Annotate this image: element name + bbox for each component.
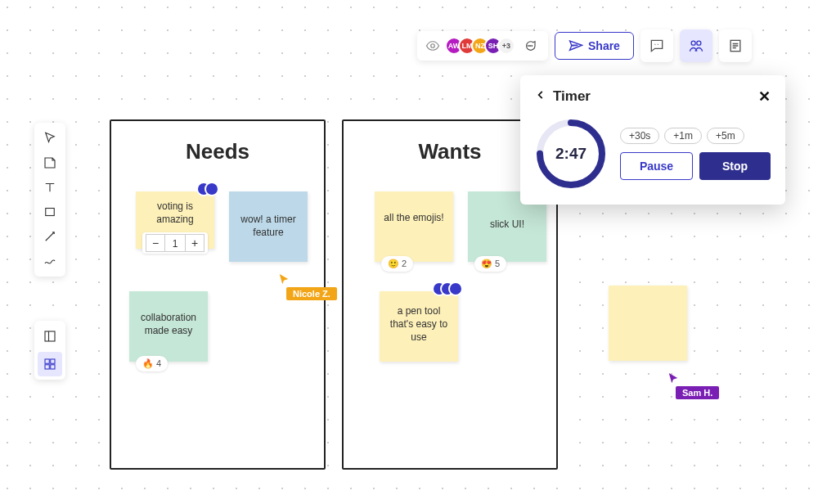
frame-title: Needs — [111, 121, 324, 173]
quick-add-30s[interactable]: +30s — [620, 128, 659, 144]
sticky-text: a pen tool that's easy to use — [390, 305, 447, 343]
svg-rect-5 — [51, 365, 55, 369]
reaction-count: 5 — [495, 258, 500, 270]
sticky-tool[interactable] — [38, 151, 62, 175]
chat-icon[interactable] — [520, 36, 540, 56]
svg-point-11 — [697, 41, 701, 45]
sticky-text: all the emojis! — [384, 212, 443, 223]
sticky-note[interactable]: wow! a timer feature — [229, 191, 308, 262]
vote-stepper: − 1 + — [142, 232, 208, 254]
reaction-badge[interactable]: 😍 5 — [474, 256, 506, 272]
sticky-note[interactable]: voting is amazing − 1 + — [136, 191, 214, 249]
svg-rect-1 — [45, 331, 55, 341]
left-toolbar — [34, 123, 65, 277]
left-toolbar-secondary — [34, 321, 65, 380]
reaction-emoji: 🔥 — [142, 358, 154, 370]
user-cursor: Nicole Z. — [278, 272, 337, 300]
line-tool[interactable] — [38, 224, 62, 249]
avatar-overflow[interactable]: +3 — [497, 37, 515, 55]
timer-title: Timer — [553, 88, 591, 105]
draw-tool[interactable] — [38, 249, 62, 273]
following-icon — [425, 38, 440, 53]
facilitation-button[interactable] — [680, 29, 712, 62]
stepper-value: 1 — [165, 234, 185, 252]
svg-point-10 — [691, 41, 695, 45]
svg-rect-4 — [45, 365, 49, 369]
svg-point-8 — [530, 46, 531, 47]
quick-add-5m[interactable]: +5m — [707, 128, 744, 144]
share-button[interactable]: Share — [555, 32, 634, 60]
quick-add-1m[interactable]: +1m — [664, 128, 702, 144]
svg-rect-3 — [51, 359, 55, 363]
reaction-badge[interactable]: 🔥 4 — [136, 356, 168, 371]
avatar-stack[interactable]: AW LM NZ SH +3 — [445, 37, 515, 55]
selection-indicator — [438, 281, 463, 296]
top-bar: AW LM NZ SH +3 Share — [417, 29, 785, 62]
user-cursor: Sam H. — [667, 371, 719, 399]
svg-rect-0 — [46, 209, 55, 216]
close-icon[interactable]: ✕ — [758, 89, 771, 104]
reaction-count: 4 — [156, 358, 161, 370]
reaction-badge[interactable]: 🙂 2 — [381, 256, 413, 272]
frames-tool[interactable] — [38, 324, 62, 349]
svg-rect-2 — [45, 359, 49, 363]
reaction-emoji: 🙂 — [388, 258, 399, 270]
shape-tool[interactable] — [38, 200, 62, 224]
sticky-text: slick UI! — [490, 218, 524, 230]
svg-point-9 — [532, 46, 533, 47]
sticky-text: wow! a timer feature — [240, 214, 295, 238]
stepper-decrement[interactable]: − — [146, 234, 165, 252]
back-icon[interactable] — [535, 89, 546, 104]
pause-button[interactable]: Pause — [620, 152, 693, 180]
timer-panel: Timer ✕ 2:47 +30s +1m +5m Pause Stop — [520, 75, 785, 205]
timer-ring: 2:47 — [535, 118, 607, 190]
sticky-text: collaboration made easy — [141, 312, 196, 336]
comments-button[interactable] — [640, 29, 673, 62]
sticky-note[interactable]: all the emojis! 🙂 2 — [375, 191, 453, 262]
svg-point-6 — [431, 44, 435, 48]
stepper-increment[interactable]: + — [185, 234, 204, 252]
sticky-note-empty[interactable] — [609, 286, 687, 361]
select-tool[interactable] — [38, 126, 62, 151]
reaction-count: 2 — [402, 258, 407, 270]
quick-add-row: +30s +1m +5m — [620, 128, 771, 144]
sticky-note[interactable]: a pen tool that's easy to use — [380, 291, 458, 362]
templates-tool[interactable] — [38, 352, 62, 376]
svg-point-7 — [528, 46, 528, 47]
selection-indicator — [203, 182, 219, 196]
text-tool[interactable] — [38, 175, 62, 200]
timer-remaining: 2:47 — [535, 118, 607, 190]
presence-bar: AW LM NZ SH +3 — [417, 31, 548, 61]
cursor-name: Nicole Z. — [286, 287, 337, 300]
sticky-text: voting is amazing — [156, 200, 193, 225]
share-label: Share — [588, 39, 620, 52]
stop-button[interactable]: Stop — [699, 152, 771, 180]
sticky-note[interactable]: collaboration made easy 🔥 4 — [129, 291, 208, 362]
cursor-name: Sam H. — [676, 386, 719, 399]
reaction-emoji: 😍 — [481, 258, 492, 270]
notes-button[interactable] — [719, 29, 752, 62]
